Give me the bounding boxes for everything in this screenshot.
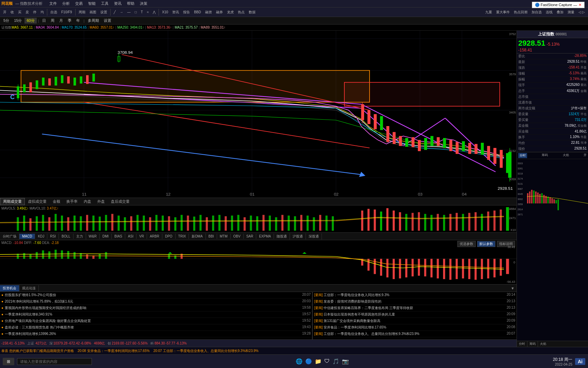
itab-kdj[interactable]: KDJ [35, 234, 47, 239]
news-item[interactable]: ●控股股东扩增持1.5%-2%公司股份 20:07 [0, 292, 312, 298]
itab-trix[interactable]: TRIX [176, 234, 189, 239]
tab-commentary[interactable]: 观点论连 [19, 285, 39, 291]
fs-minimize[interactable]: — [573, 3, 577, 7]
tb-compare[interactable]: 叠加 [555, 9, 565, 16]
menu-file[interactable]: 文件 [47, 0, 60, 7]
tb-news-btn[interactable]: 资讯 [170, 9, 181, 16]
news-item-right[interactable]: [要闻] 安井食品：一季度净利润同比增长17.65% 20:08 [313, 324, 517, 331]
tb-close[interactable]: 收 [9, 9, 16, 16]
itab-expma[interactable]: EXPMA [256, 234, 274, 239]
tb-channel[interactable]: ⋀ [151, 9, 157, 15]
itab-sz[interactable]: 深股通 [306, 233, 322, 240]
brt-flame[interactable]: 火焰 [538, 341, 548, 347]
vtab-afterhours[interactable]: 盘后成交量 [108, 198, 133, 205]
itab-main[interactable]: 主力 [74, 233, 86, 240]
tb-nav[interactable]: ◁ ▷ [577, 9, 587, 15]
tf-day[interactable]: 日 [40, 18, 48, 24]
tb-online[interactable]: 连线 [544, 9, 554, 16]
tb-hot[interactable]: 热点 [236, 9, 246, 16]
tb-zoom-x10[interactable]: X10 [160, 9, 170, 15]
tb-f10[interactable]: F10/F9 [60, 9, 74, 15]
vtab-amount[interactable]: 金额 [50, 198, 63, 205]
vtab-outflow[interactable]: 外盘 [94, 198, 108, 205]
menu-smart[interactable]: 智能 [85, 0, 98, 7]
vtab-virtual[interactable]: 虚拟成交量 [25, 198, 50, 205]
itab-follow[interactable]: 随股通 [274, 233, 290, 240]
itab-dmi[interactable]: DMI [100, 234, 112, 239]
news-item[interactable]: ●重视国内外形势出现超预期变化对我国经济造成的影响 19:58 [0, 305, 312, 311]
menu-news[interactable]: 资讯 [111, 0, 124, 7]
tb-watchlist[interactable]: 自选 [49, 9, 59, 16]
tb-text[interactable]: T [139, 9, 145, 15]
taskbar-icon-3[interactable]: 📁 [315, 358, 322, 365]
menu-analysis[interactable]: 分析 [60, 0, 72, 7]
tf-5min[interactable]: 5分 [1, 18, 11, 24]
itab-asi[interactable]: ASI [125, 234, 136, 239]
tb-rule[interactable]: 测量 [566, 9, 576, 16]
news-item-right[interactable]: [要闻] 工信部：一季度电信业务收入同比增长9.3% 20:14 [313, 292, 517, 298]
itab-sar[interactable]: SAR [244, 234, 257, 239]
brt-chouma[interactable]: 筹码 [527, 341, 538, 347]
itab-sh[interactable]: 沪股通 [290, 233, 306, 240]
tf-month[interactable]: 月 [57, 18, 65, 24]
tb-events[interactable]: 重大事件 [494, 9, 511, 16]
tb-draw[interactable]: 画图 [88, 9, 98, 16]
vtab-inflow[interactable]: 内盘 [81, 198, 94, 205]
tb-dragon[interactable]: 龙虎 [225, 9, 235, 16]
itab-wr[interactable]: W&R [86, 234, 100, 239]
itab-dpo[interactable]: DPO [162, 234, 176, 239]
tb-data[interactable]: 数据 [247, 9, 257, 16]
fs-close[interactable]: ✕ [578, 3, 582, 7]
itab-vr[interactable]: VR [136, 234, 147, 239]
itab-ndma[interactable]: 新DMA [189, 233, 206, 240]
tb-margin[interactable]: 融券 [214, 9, 225, 16]
news-item-right[interactable]: [要闻] 中信建投首席策略百陈界：二季度逢低布局 三季度等待收获 20:13 [313, 305, 517, 311]
tb-addself[interactable]: 加自选 [530, 9, 543, 16]
tb-nine[interactable]: 九重 [484, 9, 494, 16]
tb-line[interactable]: ╱ [112, 9, 117, 15]
taskbar-icon-4[interactable]: 🛡 [324, 358, 330, 365]
tf-60min[interactable]: 60分 [24, 18, 36, 24]
tb-hotback[interactable]: 热点回潮 [512, 9, 529, 16]
vtab-period[interactable]: 周期成交量 [0, 198, 25, 205]
taskbar-icon-2[interactable]: 🔵 [305, 358, 312, 365]
macd-opt-default[interactable]: 默认参数 [477, 241, 495, 247]
tb-stop[interactable]: 停 [31, 9, 38, 16]
menu-decision[interactable]: 决策 [137, 0, 150, 7]
itab-square[interactable]: 分时广场 [0, 233, 19, 240]
tb-bbd[interactable]: BBD [192, 9, 203, 15]
itab-arbr[interactable]: ARBR [147, 234, 162, 239]
news-item[interactable]: ●盘前必读：三大股指期货负差 热门中概股齐挫 19:43 [0, 324, 312, 331]
tf-quarter[interactable]: 季 [66, 18, 74, 24]
mini-tab-chouma[interactable]: 筹码 [542, 153, 548, 158]
taskbar-icon-6[interactable]: 📷 [342, 358, 349, 365]
news-item[interactable]: ●一季度净利润同比增长13996.26% 19:28 [0, 331, 312, 337]
tb-settings[interactable]: 设置 [99, 9, 109, 16]
tf-15min[interactable]: 15分 [12, 18, 24, 24]
news-item-right[interactable]: [要闻] 第131届广交会境外采购商数量创新高 20:09 [313, 318, 517, 324]
itab-macd[interactable]: MACD [19, 234, 35, 239]
mini-expand[interactable]: 开 [584, 153, 587, 158]
mini-tab-fenshi[interactable]: 分时 [518, 153, 527, 158]
news-item-right[interactable]: [要闻] 工信部：一季度电信业务收入、总量同比分别增长9.3%和23.9% 20… [313, 331, 517, 337]
itab-rsi[interactable]: RSI [47, 234, 59, 239]
mini-tab-flame[interactable]: 火焰 [563, 153, 569, 158]
vtab-turnover[interactable]: 换手率 [63, 198, 81, 205]
taskbar-icon-1[interactable]: 🌐 [296, 358, 303, 365]
macd-opt-preferred[interactable]: 优选参数 [457, 241, 476, 247]
tb-hline[interactable]: ― [126, 9, 132, 15]
tb-rect[interactable]: □ [133, 9, 138, 15]
tb-avg[interactable]: 均 [39, 9, 46, 16]
news-item[interactable]: ●一季度净利润同比增长340.91% 19:57 [0, 311, 312, 318]
tb-period[interactable]: 周期 [77, 9, 87, 16]
itab-obv[interactable]: OBV [231, 234, 244, 239]
brt-fenshi[interactable]: 分时 [517, 341, 527, 347]
search-input[interactable] [17, 358, 92, 365]
menu-help[interactable]: 帮助 [124, 0, 137, 7]
tb-financing[interactable]: 融资 [203, 9, 214, 16]
itab-bias[interactable]: BIAS [112, 234, 125, 239]
ai-badge[interactable]: Ai [575, 358, 585, 365]
menu-trade[interactable]: 交易 [72, 0, 85, 7]
itab-mtm[interactable]: MTM [217, 234, 231, 239]
itab-boll[interactable]: BOLL [59, 234, 74, 239]
